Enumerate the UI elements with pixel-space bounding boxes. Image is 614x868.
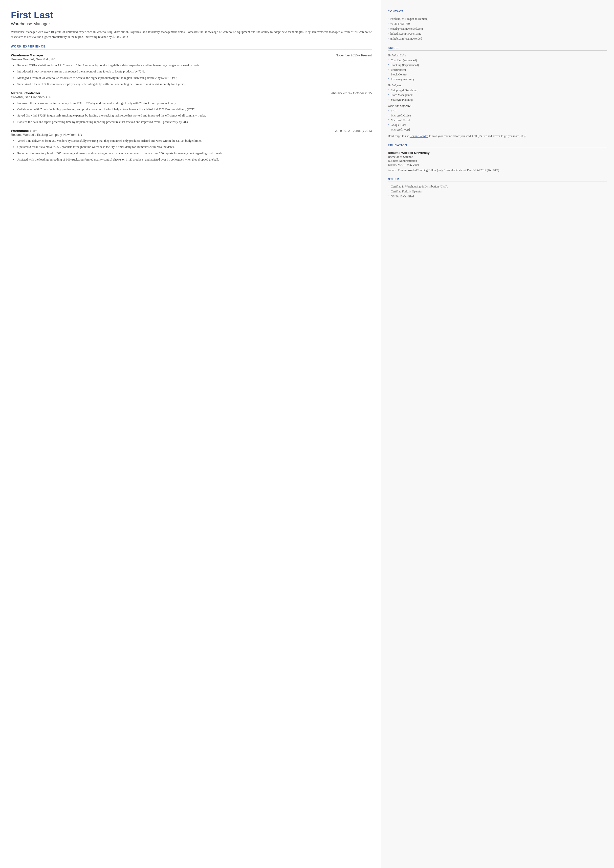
promo-text-before: Don't forget to use (388, 135, 409, 137)
job-1-dates: November 2015 – Present (336, 54, 372, 57)
edu-field: Business Administration (388, 159, 607, 163)
list-item: Google Docs (388, 123, 607, 127)
list-item: Procurement (388, 68, 607, 72)
list-item: Strategic Planning (388, 98, 607, 102)
job-1: Warehouse Manager November 2015 – Presen… (11, 53, 372, 87)
job-2-dates: February 2013 – October 2015 (329, 92, 372, 95)
edu-location: Boston, MA — May 2010 (388, 163, 607, 167)
job-3-dates: June 2010 – January 2013 (335, 129, 372, 132)
list-item: Microsoft Word (388, 128, 607, 132)
promo-text-after: to scan your resume before you send it o… (428, 135, 526, 137)
other-heading: OTHER (388, 177, 607, 182)
contact-email: email@resumeworded.com (388, 27, 607, 31)
contact-github: github.com/resumeworded (388, 37, 607, 40)
resume-worded-link[interactable]: Resume Worded (409, 135, 428, 137)
list-item: Microsoft Office (388, 114, 607, 118)
list-item: Managed a team of 78 warehouse associate… (13, 76, 372, 80)
list-item: Operated 3 forklifts to move 72.5K produ… (13, 145, 372, 149)
education-heading: EDUCATION (388, 144, 607, 148)
list-item: Boosted the data and report processing t… (13, 120, 372, 124)
main-column: First Last Warehouse Manager Warehouse M… (0, 0, 381, 868)
list-item: Store Management (388, 93, 607, 97)
list-item: Reduced OSHA violations from 7 in 2 year… (13, 63, 372, 68)
job-2-company: Growthsi, San Francisco, CA (11, 95, 372, 99)
list-item: Collaborated with 7 units including purc… (13, 107, 372, 112)
job-1-company: Resume Worded, New York, NY (11, 58, 372, 61)
job-3-header: Warehouse clerk June 2010 – January 2013 (11, 129, 372, 132)
list-item: Microsoft Excel (388, 118, 607, 122)
list-item: Vetted 12K deliveries from 250 vendors b… (13, 138, 372, 143)
job-3-title: Warehouse clerk (11, 129, 37, 132)
edu-school: Resume Worded University (388, 151, 607, 155)
list-item: Assisted with the loading/unloading of 3… (13, 157, 372, 162)
job-3-company: Resume Worded's Exciting Company, New Yo… (11, 133, 372, 137)
list-item: Recorded the inventory level of 3K incom… (13, 151, 372, 156)
promo-note: Don't forget to use Resume Worded to sca… (388, 134, 607, 138)
list-item: Improved the stockroom issuing accuracy … (13, 101, 372, 106)
list-item: Supervised a team of 350 warehouse emplo… (13, 82, 372, 87)
job-3-bullets: Vetted 12K deliveries from 250 vendors b… (11, 138, 372, 162)
list-item: Stock Control (388, 73, 607, 76)
contact-location: Portland, ME (Open to Remote) (388, 17, 607, 21)
edu-degree: Bachelor of Science (388, 155, 607, 159)
other-list: Certified in Warehousing & Distribution … (388, 185, 607, 198)
job-2-title: Material Controller (11, 91, 40, 95)
job-3: Warehouse clerk June 2010 – January 2013… (11, 129, 372, 162)
resume-header: First Last Warehouse Manager Warehouse M… (11, 10, 372, 39)
list-item: SAP (388, 109, 607, 113)
list-item: Inventory Accuracy (388, 78, 607, 81)
sidebar: CONTACT Portland, ME (Open to Remote) +1… (381, 0, 614, 868)
candidate-name: First Last (11, 10, 372, 20)
candidate-title: Warehouse Manager (11, 22, 372, 26)
technical-skills-label: Technical Skills: (388, 54, 607, 58)
contact-phone: +1-234-456-789 (388, 22, 607, 26)
job-1-bullets: Reduced OSHA violations from 7 in 2 year… (11, 63, 372, 87)
contact-section: CONTACT Portland, ME (Open to Remote) +1… (388, 10, 607, 40)
skills-section: SKILLS Technical Skills: Coaching (Advan… (388, 47, 607, 138)
job-1-header: Warehouse Manager November 2015 – Presen… (11, 53, 372, 57)
job-1-title: Warehouse Manager (11, 53, 43, 57)
tools-label: Tools and Software: (388, 104, 607, 108)
list-item: Saved Growthsi $720K in quarterly trucki… (13, 113, 372, 118)
tools-list: SAP Microsoft Office Microsoft Excel Goo… (388, 109, 607, 132)
list-item: Shipping & Receiving (388, 89, 607, 92)
contact-list: Portland, ME (Open to Remote) +1-234-456… (388, 17, 607, 40)
other-section: OTHER Certified in Warehousing & Distrib… (388, 177, 607, 198)
list-item: OSHA 10 Certified. (388, 194, 607, 198)
contact-linkedin: linkedin.com/in/username (388, 32, 607, 36)
list-item: Certified in Warehousing & Distribution … (388, 185, 607, 188)
skills-heading: SKILLS (388, 47, 607, 51)
techniques-list: Shipping & Receiving Store Management St… (388, 89, 607, 102)
job-2-header: Material Controller February 2013 – Octo… (11, 91, 372, 95)
work-experience-section: WORK EXPERIENCE Warehouse Manager Novemb… (11, 45, 372, 162)
techniques-label: Techniques: (388, 84, 607, 87)
contact-heading: CONTACT (388, 10, 607, 14)
list-item: Introduced 2 new inventory systems that … (13, 69, 372, 74)
list-item: Certified Forklift Operator (388, 190, 607, 193)
list-item: Stocking (Experienced) (388, 63, 607, 67)
education-section: EDUCATION Resume Worded University Bache… (388, 144, 607, 173)
list-item: Coaching (Advanced) (388, 59, 607, 62)
edu-awards: Awards: Resume Worded Teaching Fellow (o… (388, 168, 607, 173)
work-experience-heading: WORK EXPERIENCE (11, 45, 372, 50)
job-2: Material Controller February 2013 – Octo… (11, 91, 372, 124)
summary-text: Warehouse Manager with over 10 years of … (11, 30, 372, 39)
technical-skills-list: Coaching (Advanced) Stocking (Experience… (388, 59, 607, 81)
job-2-bullets: Improved the stockroom issuing accuracy … (11, 101, 372, 124)
